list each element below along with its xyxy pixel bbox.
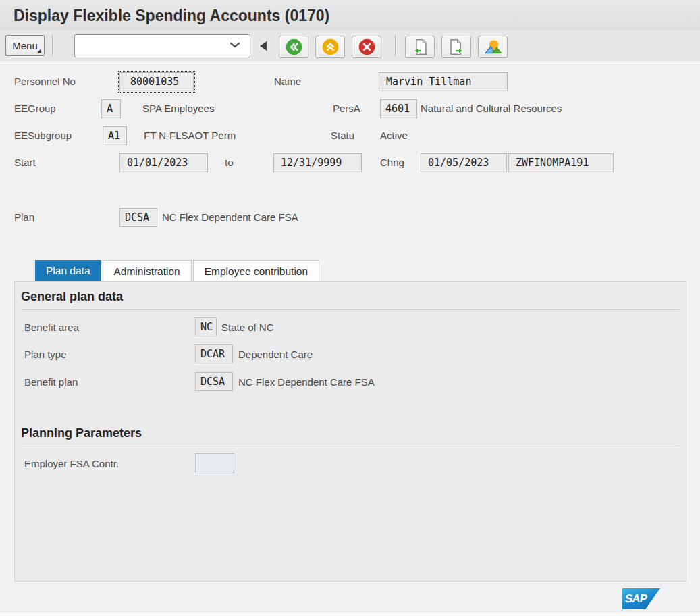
sap-logo-text: SAP	[622, 592, 648, 606]
benefit-plan-desc: NC Flex Dependent Care FSA	[238, 373, 375, 392]
employer-fsa-contr-label: Employer FSA Contr.	[24, 455, 119, 473]
overview-icon	[484, 38, 502, 56]
planning-parameters-heading: Planning Parameters	[21, 426, 142, 440]
toolbar-separator	[395, 35, 396, 56]
benefit-area-field[interactable]: NC	[195, 317, 217, 336]
previous-record-button[interactable]	[405, 36, 435, 58]
benefit-area-label: Benefit area	[24, 318, 79, 337]
ee-group-desc: SPA Employees	[142, 99, 214, 118]
benefit-plan-field[interactable]: DCSA	[195, 372, 233, 391]
start-date-field[interactable]: 01/01/2023	[119, 153, 208, 172]
plan-label: Plan	[14, 208, 34, 227]
benefit-area-desc: State of NC	[221, 318, 274, 337]
ee-subgroup-desc: FT N-FLSAOT Perm	[144, 126, 236, 145]
tab-strip: Plan data Administration Employee contri…	[35, 260, 321, 281]
ee-group-label: EEGroup	[14, 99, 56, 118]
to-label: to	[225, 153, 234, 172]
plan-field[interactable]: DCSA	[119, 208, 157, 227]
menu-button[interactable]: Menu	[5, 35, 45, 56]
next-record-icon	[448, 38, 466, 56]
next-record-button[interactable]	[441, 36, 471, 58]
cancel-button[interactable]	[352, 36, 381, 58]
status-label: Statu	[331, 126, 354, 145]
status-value: Active	[380, 126, 408, 145]
benefit-plan-label: Benefit plan	[24, 373, 78, 392]
plan-desc: NC Flex Dependent Care FSA	[162, 208, 298, 227]
employer-fsa-contr-field[interactable]	[195, 453, 234, 473]
general-plan-data-heading: General plan data	[21, 290, 123, 304]
cancel-icon	[358, 38, 376, 56]
name-label: Name	[274, 72, 301, 91]
pers-a-field[interactable]: 4601	[380, 99, 417, 118]
command-combobox[interactable]	[74, 34, 250, 57]
application-toolbar: Menu	[0, 30, 700, 61]
end-date-field[interactable]: 12/31/9999	[273, 153, 362, 172]
back-button[interactable]	[279, 36, 308, 58]
personnel-no-label: Personnel No	[14, 72, 76, 91]
tab-plan-data[interactable]: Plan data	[35, 260, 101, 281]
tab-employee-contribution[interactable]: Employee contribution	[193, 260, 319, 281]
chng-user-field[interactable]: ZWFINOMPA191	[508, 153, 614, 172]
start-label: Start	[14, 153, 36, 172]
section-divider	[21, 309, 680, 310]
exit-button[interactable]	[315, 36, 345, 58]
status-bar	[0, 611, 700, 616]
plan-type-desc: Dependent Care	[238, 345, 313, 364]
menu-button-label: Menu	[12, 40, 38, 51]
menu-dropdown-corner-icon	[37, 49, 41, 53]
pers-a-desc: Natural and Cultural Resources	[421, 99, 562, 118]
personnel-no-field[interactable]: 80001035	[119, 72, 194, 91]
chng-label: Chng	[380, 153, 404, 172]
title-bar: Display Flexible Spending Accounts (0170…	[0, 0, 700, 30]
plan-type-label: Plan type	[24, 345, 67, 364]
sap-logo: SAP	[622, 588, 660, 609]
name-field[interactable]: Marvin Tillman	[379, 72, 508, 91]
section-divider	[21, 446, 680, 446]
page-title: Display Flexible Spending Accounts (0170…	[0, 0, 700, 31]
plan-data-tab-panel: General plan data Benefit area NC State …	[14, 281, 686, 582]
ee-subgroup-field[interactable]: A1	[103, 126, 127, 145]
toolbar-separator	[52, 35, 53, 56]
tab-administration[interactable]: Administration	[103, 260, 192, 281]
pers-a-label: PersA	[333, 99, 360, 118]
chng-date-field[interactable]: 01/05/2023	[421, 153, 507, 172]
previous-record-icon	[411, 38, 429, 56]
collapse-toolbar-icon[interactable]	[260, 41, 267, 51]
ee-subgroup-label: EESubgroup	[14, 126, 72, 145]
back-icon	[285, 38, 303, 56]
plan-type-field[interactable]: DCAR	[195, 344, 233, 363]
exit-icon	[321, 38, 340, 56]
overview-button[interactable]	[478, 36, 508, 58]
ee-group-field[interactable]: A	[101, 99, 121, 118]
